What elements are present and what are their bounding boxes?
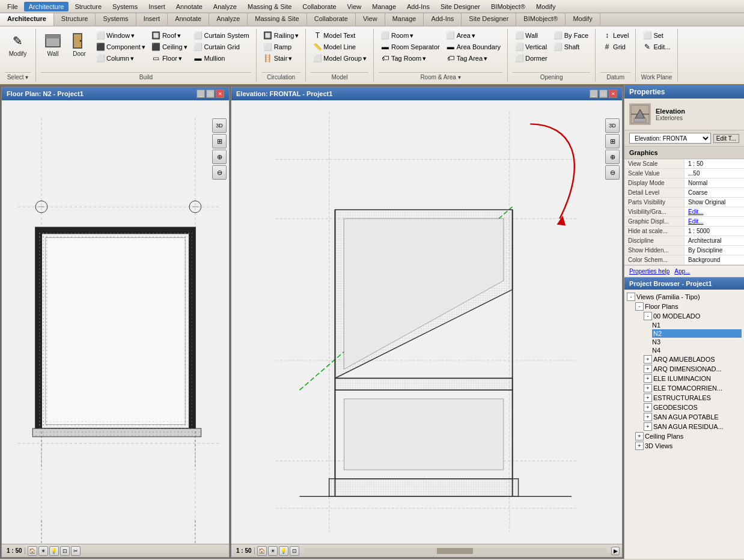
tab-view[interactable]: View — [356, 13, 385, 26]
room-separator-button[interactable]: ▬ Room Separator — [379, 41, 442, 52]
elev-3d-view-btn[interactable]: 3D — [605, 118, 620, 133]
dormer-button[interactable]: ⬜ Dormer — [513, 53, 549, 64]
3d-views-expander[interactable]: + — [635, 442, 644, 450]
menu-modify[interactable]: Modify — [531, 2, 560, 11]
fp-house-icon[interactable]: 🏠 — [28, 546, 37, 556]
floor-plan-canvas[interactable]: 3D ⊞ ⊕ ⊖ — [2, 100, 229, 544]
tree-san-agua-residua[interactable]: + SAN AGUA RESIDUA... — [644, 422, 742, 431]
area-boundary-button[interactable]: ▬ Area Boundary — [444, 41, 502, 52]
menu-bimobject[interactable]: BIMobject® — [486, 2, 530, 11]
elev-maximize-button[interactable]: □ — [599, 90, 608, 98]
modelado-expander[interactable]: - — [644, 312, 652, 320]
level-button[interactable]: ↕ Level — [600, 30, 630, 41]
arq-amueblados-expander[interactable]: + — [644, 355, 652, 364]
elev-zoom-in-btn[interactable]: ⊕ — [605, 150, 620, 164]
model-line-button[interactable]: 📏 Model Line — [311, 41, 368, 52]
menu-addins[interactable]: Add-Ins — [402, 2, 435, 11]
fp-crop-icon[interactable]: ⊡ — [60, 546, 70, 556]
tree-n3[interactable]: N3 — [652, 338, 742, 346]
menu-site-designer[interactable]: Site Designer — [436, 2, 485, 11]
door-button[interactable]: Door — [67, 30, 91, 59]
floor-button[interactable]: ▭ Floor ▾ — [150, 53, 189, 64]
shaft-button[interactable]: ⬜ Shaft — [552, 41, 590, 52]
model-group-button[interactable]: ⬜ Model Group ▾ — [311, 53, 368, 64]
tree-views-root[interactable]: - Views (Familia - Tipo) — [627, 292, 742, 302]
wall-button[interactable]: Wall — [41, 30, 65, 59]
ceiling-plans-expander[interactable]: + — [635, 432, 644, 440]
show-hidden-value[interactable]: By Discipline — [685, 246, 744, 255]
fp-maximize-button[interactable]: □ — [206, 90, 215, 98]
tree-n2[interactable]: N2 — [652, 329, 742, 338]
roof-button[interactable]: 🔲 Roof ▾ — [150, 30, 189, 41]
stair-button[interactable]: 🪜 Stair ▾ — [261, 53, 301, 64]
tree-geodesicos[interactable]: + GEODESICOS — [644, 403, 742, 412]
tab-site-designer[interactable]: Site Designer — [462, 13, 516, 26]
workplane-edit-button[interactable]: ✎ Edit... — [641, 41, 672, 52]
tree-ele-iluminacion[interactable]: + ELE ILUMINACION — [644, 374, 742, 383]
tree-arq-dimensionado[interactable]: + ARQ DIMENSIONAD... — [644, 364, 742, 374]
elev-sun-icon[interactable]: ☀ — [268, 546, 278, 556]
ceiling-button[interactable]: ⬛ Ceiling ▾ — [150, 41, 189, 52]
tab-collaborate[interactable]: Collaborate — [307, 13, 356, 26]
apply-btn-label[interactable]: App... — [674, 268, 690, 275]
menu-massing[interactable]: Massing & Site — [243, 2, 296, 11]
tab-addins[interactable]: Add-Ins — [424, 13, 462, 26]
menu-architecture[interactable]: Architecture — [24, 2, 69, 11]
tab-massing[interactable]: Massing & Site — [248, 13, 306, 26]
discipline-value[interactable]: Architectural — [685, 236, 744, 245]
by-face-button[interactable]: ⬜ By Face — [552, 30, 590, 41]
tag-room-button[interactable]: 🏷 Tag Room ▾ — [379, 53, 442, 64]
menu-insert[interactable]: Insert — [144, 2, 170, 11]
view-scale-value[interactable]: 1 : 50 — [685, 159, 744, 168]
tab-systems[interactable]: Systems — [96, 13, 136, 26]
component-button[interactable]: ⬛ Component ▾ — [94, 41, 147, 52]
ele-iluminacion-expander[interactable]: + — [644, 374, 652, 383]
set-workplane-button[interactable]: ⬜ Set — [641, 30, 672, 41]
menu-file[interactable]: File — [2, 2, 23, 11]
grid-button[interactable]: # Grid — [600, 41, 630, 52]
arq-dimensionado-expander[interactable]: + — [644, 365, 652, 373]
elev-crop-icon[interactable]: ⊡ — [290, 546, 299, 556]
fp-3d-view-btn[interactable]: 3D — [212, 118, 227, 133]
scale-value-value[interactable]: ...50 — [685, 169, 744, 178]
menu-annotate[interactable]: Annotate — [171, 2, 207, 11]
modify-button[interactable]: ✎ Modify — [6, 30, 30, 59]
tab-annotate[interactable]: Annotate — [168, 13, 209, 26]
tree-estructurales[interactable]: + ESTRUCTURALES — [644, 393, 742, 403]
area-button[interactable]: ⬜ Area ▾ — [444, 30, 502, 41]
menu-manage[interactable]: Manage — [367, 2, 401, 11]
tree-n4[interactable]: N4 — [652, 346, 742, 355]
ramp-button[interactable]: ⬜ Ramp — [261, 41, 301, 52]
menu-structure[interactable]: Structure — [70, 2, 106, 11]
visibility-gra-value[interactable]: Edit... — [685, 207, 744, 216]
fp-zoom-out-btn[interactable]: ⊖ — [212, 165, 227, 180]
detail-level-value[interactable]: Coarse — [685, 188, 744, 197]
railing-button[interactable]: 🔲 Railing ▾ — [261, 30, 301, 41]
column-button[interactable]: ⬜ Column ▾ — [94, 53, 147, 64]
geodesicos-expander[interactable]: + — [644, 403, 652, 412]
elev-zoom-out-btn[interactable]: ⊖ — [605, 165, 620, 180]
mullion-button[interactable]: ▬ Mullion — [192, 53, 251, 64]
graphic-displ-value[interactable]: Edit... — [685, 217, 744, 226]
fp-section-icon[interactable]: ✂ — [71, 546, 81, 556]
menu-systems[interactable]: Systems — [108, 2, 142, 11]
floor-plans-expander[interactable]: - — [635, 302, 644, 311]
menu-view[interactable]: View — [343, 2, 367, 11]
tab-architecture[interactable]: Architecture — [0, 13, 54, 26]
estructurales-expander[interactable]: + — [644, 394, 652, 402]
room-button[interactable]: ⬜ Room ▾ — [379, 30, 442, 41]
tab-modify[interactable]: Modify — [566, 13, 600, 26]
tree-n1[interactable]: N1 — [652, 321, 742, 329]
edit-type-button[interactable]: Edit T... — [713, 134, 739, 143]
san-agua-residua-expander[interactable]: + — [644, 422, 652, 431]
tree-san-agua-potable[interactable]: + SAN AGUA POTABLE — [644, 412, 742, 422]
menu-analyze[interactable]: Analyze — [209, 2, 242, 11]
elev-scroll-right[interactable]: ▶ — [611, 547, 620, 555]
fp-zoom-in-btn[interactable]: ⊕ — [212, 150, 227, 164]
elev-house-icon[interactable]: 🏠 — [257, 546, 267, 556]
elev-lamp-icon[interactable]: 💡 — [279, 546, 288, 556]
elev-zoom-fit-btn[interactable]: ⊞ — [605, 134, 620, 148]
curtain-grid-button[interactable]: ⬜ Curtain Grid — [192, 41, 251, 52]
elev-close-button[interactable]: ✕ — [609, 90, 617, 98]
hide-at-scale-value[interactable]: 1 : 5000 — [685, 227, 744, 236]
